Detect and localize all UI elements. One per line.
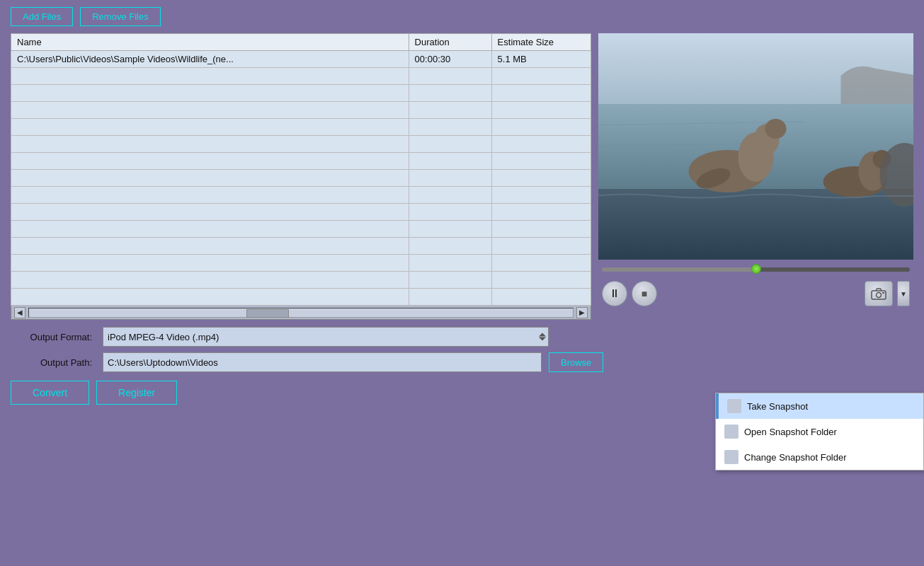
svg-rect-16 [882, 292, 884, 294]
svg-rect-2 [598, 189, 913, 260]
open-snapshot-folder-item[interactable]: Open Snapshot Folder [716, 419, 923, 444]
format-select-wrapper: iPod MPEG-4 Video (.mp4) AVI Video (.avi… [103, 327, 549, 347]
output-path-row: Output Path: Browse [11, 352, 913, 372]
open-snapshot-folder-label: Open Snapshot Folder [744, 427, 837, 437]
open-snapshot-folder-icon [724, 424, 738, 439]
stop-button[interactable]: ■ [632, 281, 657, 306]
cell-name: C:\Users\Public\Videos\Sample Videos\Wil… [11, 51, 409, 68]
empty-row [11, 136, 591, 153]
output-format-label: Output Format: [11, 332, 96, 342]
output-path-label: Output Path: [11, 357, 96, 368]
file-table: Name Duration Estimate Size C:\Users\Pub… [11, 33, 591, 306]
wildlife-svg [598, 33, 913, 260]
scroll-right-arrow[interactable]: ▶ [576, 307, 588, 318]
slider-track[interactable] [602, 267, 910, 272]
horizontal-scrollbar[interactable]: ◀ ▶ [11, 306, 591, 320]
cell-duration: 00:00:30 [409, 51, 491, 68]
col-duration-header: Duration [409, 34, 491, 51]
empty-row [11, 187, 591, 204]
pause-button[interactable]: ⏸ [602, 281, 627, 306]
video-scene [598, 33, 913, 260]
playback-controls: ⏸ ■ ▼ [598, 277, 913, 311]
scroll-left-arrow[interactable]: ◀ [14, 307, 25, 318]
table-row[interactable]: C:\Users\Public\Videos\Sample Videos\Wil… [11, 51, 591, 68]
take-snapshot-label: Take Snapshot [747, 401, 808, 412]
convert-button[interactable]: Convert [11, 381, 89, 405]
svg-point-15 [877, 293, 882, 298]
remove-files-button[interactable]: Remove Files [80, 7, 160, 26]
empty-row [11, 85, 591, 102]
file-list-container: Name Duration Estimate Size C:\Users\Pub… [11, 33, 591, 320]
stop-icon: ■ [641, 288, 647, 299]
video-preview [598, 33, 913, 260]
empty-row [11, 102, 591, 119]
slider-thumb[interactable] [751, 264, 761, 274]
empty-row [11, 221, 591, 238]
add-files-button[interactable]: Add Files [11, 7, 73, 26]
empty-row [11, 153, 591, 170]
cell-size: 5.1 MB [491, 51, 591, 68]
browse-button[interactable]: Browse [549, 352, 603, 372]
format-select[interactable]: iPod MPEG-4 Video (.mp4) AVI Video (.avi… [103, 327, 549, 347]
scroll-track[interactable] [28, 308, 574, 318]
change-snapshot-folder-label: Change Snapshot Folder [744, 452, 847, 463]
main-area: Name Duration Estimate Size C:\Users\Pub… [0, 33, 924, 320]
change-snapshot-folder-icon [724, 450, 738, 464]
pause-icon: ⏸ [609, 287, 620, 300]
empty-row [11, 238, 591, 255]
col-size-header: Estimate Size [491, 34, 591, 51]
snapshot-dropdown-arrow[interactable]: ▼ [897, 281, 910, 306]
empty-row [11, 204, 591, 221]
empty-row [11, 170, 591, 187]
output-format-row: Output Format: iPod MPEG-4 Video (.mp4) … [11, 327, 913, 347]
col-name-header: Name [11, 34, 409, 51]
empty-row [11, 255, 591, 272]
take-snapshot-item[interactable]: Take Snapshot [716, 393, 923, 419]
toolbar: Add Files Remove Files [0, 0, 924, 33]
take-snapshot-icon [727, 399, 741, 413]
snapshot-button[interactable] [865, 281, 893, 306]
camera-icon [871, 287, 886, 300]
empty-row [11, 119, 591, 136]
preview-panel: ⏸ ■ ▼ [598, 33, 913, 320]
output-path-input[interactable] [103, 352, 542, 372]
scroll-thumb[interactable] [246, 309, 289, 318]
register-button[interactable]: Register [96, 381, 177, 405]
change-snapshot-folder-item[interactable]: Change Snapshot Folder [716, 444, 923, 470]
svg-point-8 [765, 119, 787, 139]
playback-slider[interactable] [598, 262, 913, 277]
empty-row [11, 68, 591, 85]
empty-row [11, 272, 591, 289]
snapshot-dropdown-menu: Take Snapshot Open Snapshot Folder Chang… [715, 393, 924, 470]
empty-row [11, 289, 591, 306]
